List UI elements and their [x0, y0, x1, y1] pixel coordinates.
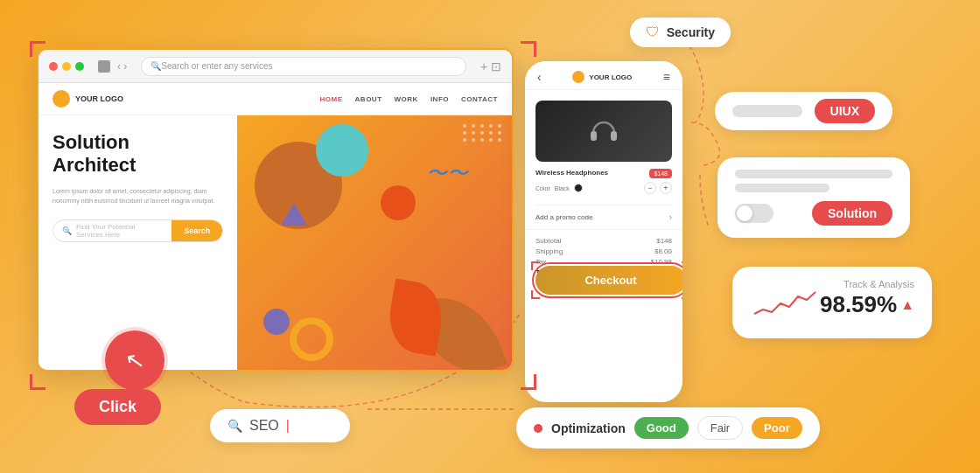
- phone-product: Wireless Headphones $148 Color Black − +: [525, 90, 682, 205]
- seo-search-bar[interactable]: 🔍 SEO |: [210, 409, 350, 442]
- search-input-area[interactable]: 🔍 Find Your Potential Services Here: [53, 223, 172, 239]
- hero-title: Solution Architect: [52, 131, 223, 177]
- solution-bars: [735, 170, 892, 192]
- dot-red: [49, 62, 58, 71]
- product-title: Wireless Headphones: [536, 169, 608, 177]
- track-value: 98.59% ▲: [820, 291, 914, 318]
- tab-icons[interactable]: + ⊡: [480, 59, 501, 73]
- qty-controls[interactable]: − +: [644, 182, 672, 194]
- nav-contact[interactable]: CONTACT: [461, 95, 498, 103]
- traffic-lights: [49, 62, 84, 71]
- subtotal-label: Subtotal: [536, 237, 561, 245]
- site-search-bar[interactable]: 🔍 Find Your Potential Services Here Sear…: [52, 219, 223, 242]
- qty-minus[interactable]: −: [644, 182, 656, 194]
- headphone-svg: [586, 114, 621, 149]
- opt-badge-fair[interactable]: Fair: [697, 416, 743, 440]
- browser-titlebar: ‹ › 🔍 Search or enter any services + ⊡: [38, 50, 512, 83]
- search-icon-small: 🔍: [62, 226, 72, 235]
- co-bracket-tr: [682, 261, 682, 270]
- cursor-badge: ↖: [105, 330, 164, 390]
- track-number: 98.59%: [820, 291, 897, 318]
- color-swatch-black[interactable]: [574, 184, 583, 192]
- phone-mockup: ‹ YOUR LOGO ≡ Wireless Headphones $148 C…: [525, 61, 682, 402]
- phone-logo-dot: [572, 71, 584, 83]
- dot-green: [75, 62, 84, 71]
- nav-links: HOME ABOUT WORK INFO CONTACT: [320, 95, 498, 103]
- search-placeholder-text: Find Your Potential Services Here: [76, 223, 163, 239]
- browser-content: YOUR LOGO HOME ABOUT WORK INFO CONTACT S…: [38, 83, 512, 370]
- logo-circle: [52, 90, 70, 108]
- phone-logo-text: YOUR LOGO: [589, 73, 632, 81]
- checkout-container[interactable]: Checkout: [532, 262, 682, 298]
- opt-badge-good[interactable]: Good: [634, 417, 689, 439]
- nav-arrows[interactable]: ‹ ›: [117, 60, 127, 73]
- shipping-label: Shipping: [536, 247, 563, 255]
- phone-promo[interactable]: Add a promo code ›: [525, 205, 682, 230]
- nav-info[interactable]: INFO: [430, 95, 449, 103]
- sol-toggle-knob: [737, 205, 752, 221]
- bracket-tr: [521, 41, 536, 57]
- click-button[interactable]: Click: [74, 389, 161, 425]
- color-label: Color: [536, 185, 550, 191]
- track-analysis-card: Track & Analysis 98.59% ▲: [732, 267, 932, 338]
- optimization-bar: Optimization Good Fair Poor: [516, 407, 820, 449]
- track-title: Track & Analysis: [820, 279, 914, 289]
- subtotal-row: Subtotal $148: [536, 237, 672, 245]
- product-price: $148: [649, 169, 672, 178]
- co-bracket-bl: [531, 290, 540, 299]
- sol-toggle[interactable]: [735, 204, 774, 223]
- browser-window: ‹ › 🔍 Search or enter any services + ⊡ Y…: [37, 48, 514, 372]
- color-value: Black: [555, 185, 570, 191]
- subtotal-value: $148: [656, 237, 672, 245]
- promo-text: Add a promo code: [536, 213, 592, 221]
- uiux-label: UIUX: [815, 99, 875, 123]
- checkout-btn-wrapper: Checkout: [532, 262, 682, 298]
- security-badge: 🛡 Security: [630, 17, 731, 47]
- opt-badge-poor[interactable]: Poor: [752, 417, 802, 439]
- logo-text: YOUR LOGO: [75, 94, 123, 103]
- uiux-card: UIUX: [715, 92, 892, 130]
- nav-work[interactable]: WORK: [395, 95, 418, 103]
- sol-bar-1: [735, 170, 892, 178]
- qty-plus[interactable]: +: [660, 182, 672, 194]
- product-image: [536, 101, 672, 162]
- svg-rect-1: [611, 131, 617, 141]
- shield-icon: 🛡: [646, 24, 660, 40]
- site-body: Solution Architect Lorem ipsum dolor sit…: [38, 115, 512, 370]
- search-button[interactable]: Search: [172, 220, 222, 241]
- url-text: Search or enter any services: [161, 61, 272, 71]
- cursor-icon: ↖: [122, 345, 146, 375]
- solution-label: Solution: [812, 201, 892, 226]
- url-bar[interactable]: 🔍 Search or enter any services: [141, 57, 466, 76]
- svg-rect-0: [591, 131, 597, 141]
- nav-home[interactable]: HOME: [320, 95, 343, 103]
- uiux-bar: [732, 105, 802, 117]
- track-up-icon: ▲: [900, 297, 914, 313]
- opt-status-dot: [534, 424, 542, 433]
- seo-search-icon: 🔍: [228, 419, 242, 433]
- sol-bar-2: [735, 184, 830, 192]
- seo-text: SEO: [249, 418, 279, 434]
- click-label: Click: [99, 398, 136, 416]
- opt-label: Optimization: [551, 421, 626, 435]
- deco-squiggle: 〜〜: [426, 159, 468, 187]
- grid-icon: [98, 60, 110, 73]
- security-text: Security: [667, 25, 715, 39]
- nav-about[interactable]: ABOUT: [355, 95, 382, 103]
- bracket-tl: [30, 41, 46, 57]
- deco-circle-teal: [316, 124, 368, 177]
- site-logo: YOUR LOGO: [52, 90, 123, 108]
- deco-circle-small: [263, 309, 290, 335]
- checkout-button[interactable]: Checkout: [536, 266, 682, 295]
- phone-back-icon[interactable]: ‹: [537, 70, 542, 84]
- co-bracket-tl: [531, 261, 540, 270]
- hero-body-text: Lorem ipsum dolor sit amet, consectetur …: [52, 186, 223, 205]
- phone-menu-icon[interactable]: ≡: [663, 70, 670, 84]
- co-bracket-br: [682, 290, 682, 299]
- shipping-row: Shipping $8.00: [536, 247, 672, 255]
- search-icon-url: 🔍: [150, 61, 161, 71]
- phone-logo: YOUR LOGO: [572, 71, 632, 83]
- shipping-value: $8.00: [654, 247, 672, 255]
- solution-card: Solution: [718, 157, 910, 238]
- phone-header: ‹ YOUR LOGO ≡: [525, 61, 682, 90]
